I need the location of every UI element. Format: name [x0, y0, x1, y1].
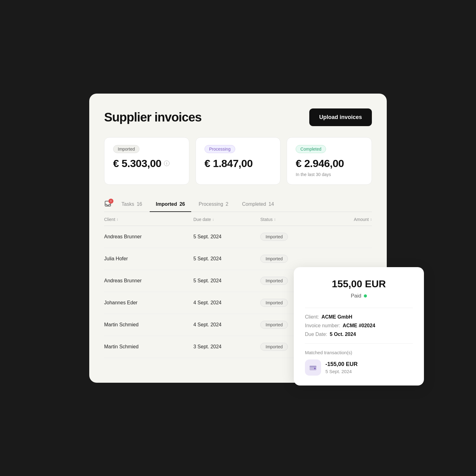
- popup-invoice-row: Invoice number: ACME #02024: [305, 323, 413, 328]
- tasks-badge: !: [108, 199, 113, 204]
- tasks-inbox-icon[interactable]: !: [104, 200, 112, 209]
- table-header: Client ↕ Due date ↓ Status ↕ Amount ↕: [104, 212, 372, 226]
- matched-transactions-title: Matched transaction(s): [305, 350, 413, 355]
- transaction-wallet-icon: [305, 359, 321, 376]
- status-badge: Imported: [260, 233, 288, 241]
- processing-badge: Processing: [205, 145, 235, 153]
- imported-amount: € 5.303,00 i: [113, 157, 180, 170]
- status-badge: Imported: [260, 299, 288, 307]
- svg-rect-2: [310, 366, 316, 367]
- col-amount[interactable]: Amount ↕: [327, 217, 372, 222]
- info-icon[interactable]: i: [164, 161, 170, 166]
- cell-due-date: 5 Sept. 2024: [193, 233, 260, 241]
- page-header: Supplier invoices Upload invoices: [104, 108, 372, 126]
- cell-client: Julia Hofer: [104, 255, 193, 263]
- paid-status-dot: [364, 294, 367, 298]
- cell-status: Imported: [260, 233, 327, 241]
- svg-point-3: [314, 368, 316, 369]
- cell-client: Johannes Eder: [104, 299, 193, 307]
- sort-status-icon: ↕: [274, 217, 276, 222]
- sort-amount-icon: ↕: [370, 217, 372, 222]
- cell-client: Andreas Brunner: [104, 233, 193, 241]
- status-badge: Imported: [260, 277, 288, 285]
- table-row[interactable]: Julia Hofer 5 Sept. 2024 Imported: [104, 248, 372, 270]
- cell-client: Martin Schmied: [104, 343, 193, 351]
- invoice-detail-popup: 155,00 EUR Paid Client: ACME GmbH Invoic…: [294, 267, 424, 386]
- imported-badge: Imported: [113, 145, 139, 153]
- popup-client-row: Client: ACME GmbH: [305, 314, 413, 320]
- col-status[interactable]: Status ↕: [260, 217, 327, 222]
- completed-amount: € 2.946,00: [296, 157, 363, 170]
- table-row[interactable]: Andreas Brunner 5 Sept. 2024 Imported: [104, 226, 372, 248]
- popup-divider-2: [305, 343, 413, 344]
- processing-amount: € 1.847,00: [205, 157, 272, 170]
- col-due-date[interactable]: Due date ↓: [193, 217, 260, 222]
- page-title: Supplier invoices: [104, 110, 201, 124]
- cell-client: Martin Schmied: [104, 321, 193, 329]
- cell-amount: [327, 255, 372, 263]
- summary-cards: Imported € 5.303,00 i Processing € 1.847…: [104, 137, 372, 185]
- summary-card-processing: Processing € 1.847,00: [196, 137, 281, 185]
- tab-completed[interactable]: Completed 14: [236, 197, 280, 212]
- popup-divider-1: [305, 308, 413, 308]
- transaction-date: 5 Sept. 2024: [325, 369, 358, 374]
- completed-subtitle: In the last 30 days: [296, 172, 363, 177]
- tab-tasks[interactable]: Tasks 16: [115, 197, 148, 212]
- upload-invoices-button[interactable]: Upload invoices: [309, 108, 372, 126]
- completed-badge: Completed: [296, 145, 326, 153]
- cell-due-date: 5 Sept. 2024: [193, 255, 260, 263]
- cell-due-date: 4 Sept. 2024: [193, 321, 260, 329]
- cell-due-date: 5 Sept. 2024: [193, 277, 260, 285]
- tab-processing[interactable]: Processing 2: [192, 197, 235, 212]
- app-container: Supplier invoices Upload invoices Import…: [89, 94, 387, 383]
- status-badge: Imported: [260, 321, 288, 329]
- cell-client: Andreas Brunner: [104, 277, 193, 285]
- cell-due-date: 4 Sept. 2024: [193, 299, 260, 307]
- tabs-bar: ! Tasks 16 Imported 26 Processing 2 Comp…: [104, 197, 372, 212]
- summary-card-completed: Completed € 2.946,00 In the last 30 days: [287, 137, 372, 185]
- popup-amount: 155,00 EUR: [305, 278, 413, 290]
- transaction-amount: -155,00 EUR: [325, 361, 358, 368]
- sort-duedate-icon: ↓: [212, 217, 214, 222]
- popup-transaction: -155,00 EUR 5 Sept. 2024: [305, 359, 413, 376]
- status-badge: Imported: [260, 343, 288, 351]
- cell-due-date: 3 Sept. 2024: [193, 343, 260, 351]
- tab-imported[interactable]: Imported 26: [150, 197, 191, 212]
- summary-card-imported: Imported € 5.303,00 i: [104, 137, 189, 185]
- popup-duedate-row: Due Date: 5 Oct. 2024: [305, 332, 413, 337]
- popup-status: Paid: [305, 293, 413, 299]
- status-badge: Imported: [260, 255, 288, 263]
- sort-client-icon: ↕: [117, 217, 118, 222]
- transaction-info: -155,00 EUR 5 Sept. 2024: [325, 361, 358, 374]
- cell-amount: [327, 233, 372, 241]
- cell-status: Imported: [260, 255, 327, 263]
- col-client[interactable]: Client ↕: [104, 217, 193, 222]
